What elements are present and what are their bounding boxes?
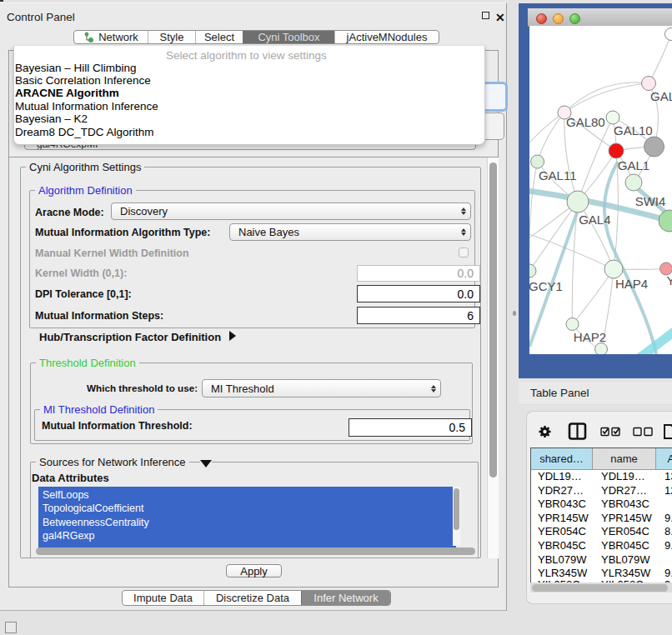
svg-text:HAP4: HAP4 <box>615 277 648 291</box>
svg-text:GAL: GAL <box>650 89 672 103</box>
svg-text:GCY1: GCY1 <box>529 279 563 293</box>
svg-text:GAL4: GAL4 <box>579 212 610 227</box>
svg-text:GAL10: GAL10 <box>614 123 653 138</box>
svg-text:SWI4: SWI4 <box>635 194 666 208</box>
svg-text:GAL1: GAL1 <box>618 158 649 172</box>
svg-text:HAP2: HAP2 <box>574 330 606 344</box>
svg-text:Y: Y <box>666 273 672 288</box>
svg-text:GAL11: GAL11 <box>539 168 577 182</box>
svg-text:GAL80: GAL80 <box>566 115 605 129</box>
